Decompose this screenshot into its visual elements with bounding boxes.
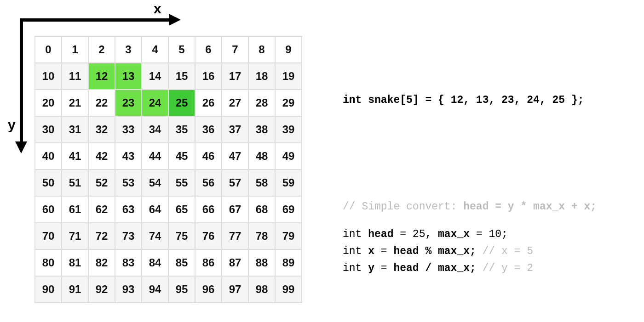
grid-cell: 92 bbox=[88, 276, 115, 303]
grid-cell: 20 bbox=[35, 90, 62, 116]
grid-cell: 87 bbox=[222, 249, 248, 276]
grid-cell: 97 bbox=[222, 276, 248, 303]
grid-cell: 32 bbox=[88, 116, 115, 143]
grid-cell: 17 bbox=[222, 63, 248, 90]
grid-cell: 8 bbox=[248, 36, 275, 63]
grid-cell: 59 bbox=[275, 169, 302, 196]
grid-cell: 11 bbox=[62, 63, 88, 90]
grid-cell: 36 bbox=[195, 116, 222, 143]
grid-cell: 73 bbox=[115, 223, 142, 249]
grid-cell: 64 bbox=[142, 196, 168, 223]
grid-cell: 80 bbox=[35, 249, 62, 276]
grid-cell: 84 bbox=[142, 249, 168, 276]
grid-cell: 9 bbox=[275, 36, 302, 63]
grid-cell: 71 bbox=[62, 223, 88, 249]
grid-cell: 68 bbox=[248, 196, 275, 223]
grid-cell: 29 bbox=[275, 90, 302, 116]
grid-cell: 93 bbox=[115, 276, 142, 303]
axis-y-arrowhead bbox=[15, 141, 27, 153]
grid-cell: 75 bbox=[168, 223, 195, 249]
grid-cell: 38 bbox=[248, 116, 275, 143]
grid-cell: 43 bbox=[115, 143, 142, 169]
grid-cell: 72 bbox=[88, 223, 115, 249]
grid-cell: 22 bbox=[88, 90, 115, 116]
grid-cell: 91 bbox=[62, 276, 88, 303]
grid-cell: 52 bbox=[88, 169, 115, 196]
grid-cell: 56 bbox=[195, 169, 222, 196]
grid-cell: 66 bbox=[195, 196, 222, 223]
grid-cell: 98 bbox=[248, 276, 275, 303]
grid-cell: 85 bbox=[168, 249, 195, 276]
grid-cell: 58 bbox=[248, 169, 275, 196]
grid-cell: 50 bbox=[35, 169, 62, 196]
grid-cell: 61 bbox=[62, 196, 88, 223]
grid-cell: 45 bbox=[168, 143, 195, 169]
grid-cell: 42 bbox=[88, 143, 115, 169]
code-comment-convert: // Simple convert: head = y * max_x + x; bbox=[343, 198, 597, 215]
grid-cell: 76 bbox=[195, 223, 222, 249]
grid-cell: 30 bbox=[35, 116, 62, 143]
grid-cell: 34 bbox=[142, 116, 168, 143]
grid-cell: 2 bbox=[88, 36, 115, 63]
grid-cell: 74 bbox=[142, 223, 168, 249]
grid-cell: 70 bbox=[35, 223, 62, 249]
axis-y-label: y bbox=[8, 117, 16, 133]
grid-cell: 37 bbox=[222, 116, 248, 143]
grid-cell: 88 bbox=[248, 249, 275, 276]
grid-cell: 16 bbox=[195, 63, 222, 90]
grid-cell: 63 bbox=[115, 196, 142, 223]
diagram-canvas: x y 012345678910111213141516171819202122… bbox=[0, 0, 644, 322]
grid-cell: 95 bbox=[168, 276, 195, 303]
grid-cell: 40 bbox=[35, 143, 62, 169]
grid-cell: 67 bbox=[222, 196, 248, 223]
grid-cell: 79 bbox=[275, 223, 302, 249]
grid-cell: 5 bbox=[168, 36, 195, 63]
grid-cell: 13 bbox=[115, 63, 142, 90]
grid-cell: 51 bbox=[62, 169, 88, 196]
grid-cell: 83 bbox=[115, 249, 142, 276]
code-snake-decl: int snake[5] = { 12, 13, 23, 24, 25 }; bbox=[343, 92, 584, 109]
grid-cell: 4 bbox=[142, 36, 168, 63]
axis-x-line bbox=[20, 18, 170, 22]
axis-y-line bbox=[20, 18, 23, 142]
grid-cell: 78 bbox=[248, 223, 275, 249]
code-vars: int head = 25, max_x = 10; int x = head … bbox=[343, 226, 533, 277]
grid-cell: 48 bbox=[248, 143, 275, 169]
grid-cell: 15 bbox=[168, 63, 195, 90]
grid-cell: 33 bbox=[115, 116, 142, 143]
grid-cell: 54 bbox=[142, 169, 168, 196]
grid-cell: 41 bbox=[62, 143, 88, 169]
grid-cell: 86 bbox=[195, 249, 222, 276]
grid-cell: 53 bbox=[115, 169, 142, 196]
grid-cell: 47 bbox=[222, 143, 248, 169]
axis-x-arrowhead bbox=[169, 14, 181, 26]
grid-cell: 57 bbox=[222, 169, 248, 196]
grid-cell: 81 bbox=[62, 249, 88, 276]
grid-cell: 49 bbox=[275, 143, 302, 169]
grid-cell: 96 bbox=[195, 276, 222, 303]
axis-x-label: x bbox=[154, 1, 161, 17]
grid-cell: 25 bbox=[168, 90, 195, 116]
grid-cell: 24 bbox=[142, 90, 168, 116]
grid-cell: 1 bbox=[62, 36, 88, 63]
grid-cell: 46 bbox=[195, 143, 222, 169]
grid-cell: 35 bbox=[168, 116, 195, 143]
grid-cell: 90 bbox=[35, 276, 62, 303]
grid-cell: 7 bbox=[222, 36, 248, 63]
grid-cell: 94 bbox=[142, 276, 168, 303]
grid-cell: 18 bbox=[248, 63, 275, 90]
grid-cell: 10 bbox=[35, 63, 62, 90]
grid-cell: 69 bbox=[275, 196, 302, 223]
grid-cell: 44 bbox=[142, 143, 168, 169]
grid-cell: 99 bbox=[275, 276, 302, 303]
grid-cell: 65 bbox=[168, 196, 195, 223]
grid-cell: 89 bbox=[275, 249, 302, 276]
grid-cell: 3 bbox=[115, 36, 142, 63]
grid: 0123456789101112131415161718192021222324… bbox=[34, 36, 302, 303]
grid-cell: 55 bbox=[168, 169, 195, 196]
grid-cell: 21 bbox=[62, 90, 88, 116]
grid-cell: 14 bbox=[142, 63, 168, 90]
grid-cell: 23 bbox=[115, 90, 142, 116]
grid-cell: 28 bbox=[248, 90, 275, 116]
grid-cell: 6 bbox=[195, 36, 222, 63]
